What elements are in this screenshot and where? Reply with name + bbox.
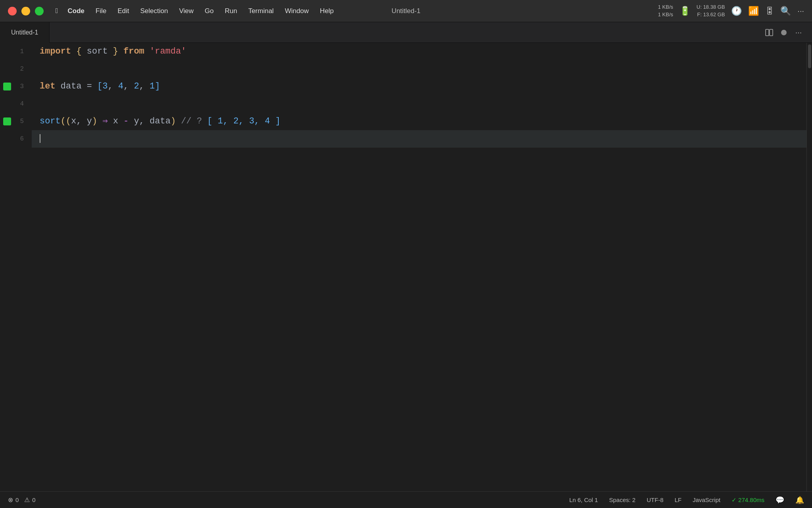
cursor-position[interactable]: Ln 6, Col 1 (569, 496, 598, 503)
menu-code[interactable]: Code (63, 6, 90, 17)
vertical-scrollbar[interactable] (806, 43, 812, 491)
system-info: 1 KB/s 1 KB/s 🔋 U: 18.38 GB F: 13.62 GB … (658, 4, 804, 18)
file-encoding[interactable]: UTF-8 (647, 496, 664, 503)
svg-rect-1 (770, 29, 773, 36)
status-right: Ln 6, Col 1 Spaces: 2 UTF-8 LF JavaScrip… (569, 496, 804, 504)
unsaved-indicator (781, 30, 787, 35)
error-count: 0 (15, 496, 19, 503)
more-actions-button[interactable]: ··· (793, 27, 804, 38)
tab-filename: Untitled-1 (11, 29, 38, 36)
feedback-button[interactable]: 💬 (776, 496, 784, 504)
warning-count: 0 (32, 496, 35, 503)
breakpoint-5[interactable] (3, 117, 11, 125)
errors-indicator[interactable]: ⊗ 0 ⚠ 0 (8, 496, 36, 504)
line-number-6: 6 (0, 130, 32, 148)
menu-selection[interactable]: Selection (136, 6, 173, 17)
line-endings[interactable]: LF (674, 496, 682, 503)
breakpoint-3[interactable] (3, 83, 11, 90)
keyword-import: import (40, 43, 71, 60)
scrollbar-thumb[interactable] (808, 44, 811, 68)
traffic-lights (8, 7, 44, 15)
notifications-button[interactable]: 🔔 (795, 496, 804, 504)
menu-run[interactable]: Run (220, 6, 242, 17)
code-editor[interactable]: 1 2 3 4 5 6 import { sort } from (0, 43, 812, 491)
code-line-5: sort ( ( x, y ) ⇒ x - y, data ) // ? [ 1… (32, 113, 806, 130)
line-numbers: 1 2 3 4 5 6 (0, 43, 32, 491)
finder-icon[interactable]: 🔍 (780, 6, 791, 16)
menu-edit[interactable]: Edit (113, 6, 134, 17)
tab-actions: ··· (764, 27, 812, 38)
code-lines[interactable]: import { sort } from 'ramda' let data = … (32, 43, 806, 491)
warning-icon: ⚠ (24, 496, 30, 504)
battery-icon: 🔋 (680, 6, 690, 16)
error-icon: ⊗ (8, 496, 13, 504)
line-number-2: 2 (0, 60, 32, 78)
editor-tab[interactable]: Untitled-1 (0, 22, 50, 43)
language-mode[interactable]: JavaScript (693, 496, 720, 503)
clock-icon[interactable]: 🕐 (731, 6, 742, 16)
ellipsis-icon: ··· (795, 28, 802, 37)
text-cursor (40, 130, 40, 148)
status-bar: ⊗ 0 ⚠ 0 Ln 6, Col 1 Spaces: 2 UTF-8 LF J… (0, 491, 812, 508)
window-title: Untitled-1 (392, 7, 421, 15)
menu-file[interactable]: File (91, 6, 111, 17)
menu-bar:  Code File Edit Selection View Go Run T… (0, 0, 812, 22)
wifi-icon: 📶 (748, 6, 759, 16)
line-number-4: 4 (0, 95, 32, 113)
tab-bar: Untitled-1 ··· (0, 22, 812, 43)
code-line-6[interactable] (32, 130, 806, 148)
menu-window[interactable]: Window (280, 6, 313, 17)
menu-terminal[interactable]: Terminal (243, 6, 278, 17)
control-center-icon[interactable]: 🎛 (765, 6, 774, 16)
menu-help[interactable]: Help (315, 6, 339, 17)
menu-view[interactable]: View (174, 6, 199, 17)
timing-indicator[interactable]: ✓ 274.80ms (732, 496, 764, 504)
menu-items:  Code File Edit Selection View Go Run T… (44, 6, 339, 17)
more-icon[interactable]: ··· (797, 6, 804, 15)
status-left: ⊗ 0 ⚠ 0 (8, 496, 36, 504)
network-speed: 1 KB/s 1 KB/s (658, 4, 673, 18)
code-line-4 (32, 95, 806, 113)
indentation[interactable]: Spaces: 2 (609, 496, 636, 503)
line-number-5: 5 (0, 113, 32, 130)
code-line-3: let data = [ 3 , 4 , 2 , 1 ] (32, 78, 806, 95)
code-line-1: import { sort } from 'ramda' (32, 43, 806, 60)
svg-rect-0 (766, 29, 769, 36)
close-button[interactable] (8, 7, 17, 15)
minimize-button[interactable] (21, 7, 30, 15)
disk-usage: U: 18.38 GB F: 13.62 GB (697, 4, 725, 18)
maximize-button[interactable] (35, 7, 44, 15)
apple-logo[interactable]:  (56, 7, 58, 15)
code-line-2 (32, 60, 806, 78)
menu-go[interactable]: Go (200, 6, 218, 17)
line-number-1: 1 (0, 43, 32, 60)
line-number-3: 3 (0, 78, 32, 95)
split-editor-button[interactable] (764, 27, 775, 38)
